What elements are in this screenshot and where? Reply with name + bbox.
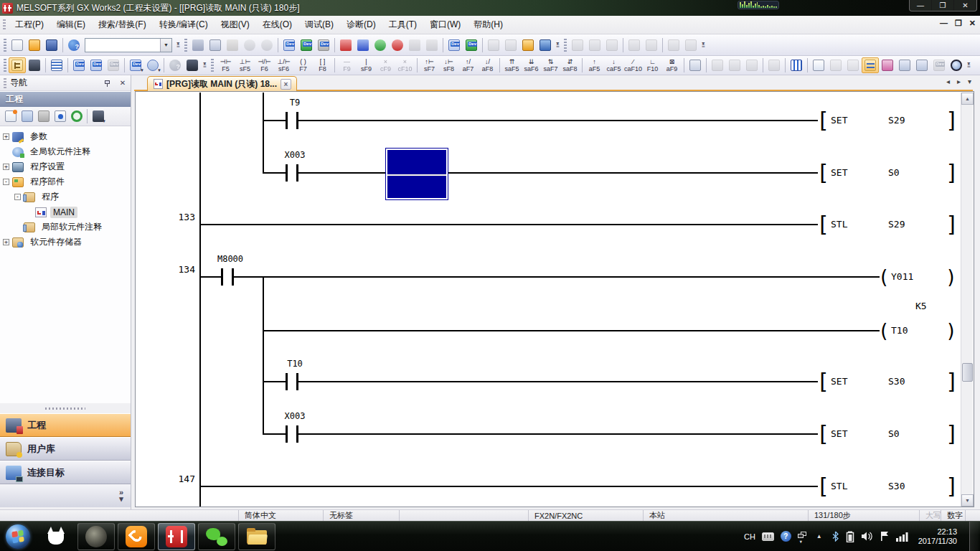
pulse-down-contact-key[interactable]: ↓⊢sF8 — [439, 57, 458, 74]
tree-item-程序设置[interactable]: +程序设置 — [0, 159, 131, 174]
window-cascade-button[interactable] — [485, 37, 502, 53]
tree-item-全局软元件注释[interactable]: 全局软元件注释 — [0, 144, 131, 159]
device-test-button[interactable]: Dev — [315, 37, 332, 53]
undo-button[interactable] — [241, 37, 258, 53]
step-ladder-block-button[interactable] — [603, 37, 621, 53]
vertical-line-key[interactable]: |sF9 — [357, 57, 376, 74]
nav-copy-button[interactable] — [19, 108, 35, 124]
invert-result-down-key[interactable]: ↓caF5 — [604, 57, 623, 74]
tree-item-程序部件[interactable]: -程序部件 — [0, 174, 131, 189]
pulse-up-contact-key[interactable]: ↑⊢sF7 — [420, 57, 439, 74]
taskbar-clock[interactable]: 22:13 2017/11/30 — [918, 527, 957, 546]
taskbar-app-wechat[interactable] — [198, 523, 235, 550]
comment-display-button[interactable] — [810, 57, 827, 73]
device-comment-button[interactable]: Dev — [281, 37, 298, 53]
open-contact-key[interactable]: ⊣⊢F5 — [216, 57, 235, 74]
application-instruction-key[interactable]: [ ]F8 — [313, 57, 332, 74]
device-ccl-button[interactable]: Dev — [105, 57, 122, 73]
tree-expander[interactable]: + — [3, 164, 9, 170]
cut-button[interactable] — [189, 37, 207, 53]
find-string-button[interactable] — [896, 57, 913, 73]
monitor-pause-button[interactable] — [406, 37, 423, 53]
step-ladder-down-button[interactable] — [586, 37, 603, 53]
mdi-minimize-button[interactable]: — — [940, 19, 948, 28]
ime-toolbar-icon[interactable]: ▾ — [798, 532, 807, 541]
menu-item-1[interactable]: 工程(P) — [9, 17, 50, 33]
workspace-more-button[interactable]: »▾ — [0, 484, 131, 507]
navigation-toggle-button[interactable] — [9, 57, 26, 73]
pin-icon[interactable] — [103, 79, 112, 88]
panel-splitter[interactable] — [0, 403, 131, 413]
pulse-down-2-key[interactable]: ⇊saF6 — [522, 57, 541, 74]
delete-connect-line-button[interactable] — [726, 57, 743, 73]
ime-help-icon[interactable]: ? — [781, 531, 791, 542]
pc-connection-button[interactable] — [537, 37, 554, 53]
help-button[interactable]: ? — [65, 37, 83, 53]
taskbar-app-explorer[interactable] — [238, 523, 275, 550]
taskbar-app-user-avatar[interactable] — [77, 523, 115, 550]
combo-dropdown-icon[interactable]: ▼ — [160, 39, 171, 52]
scrollbar-thumb[interactable] — [962, 363, 973, 382]
redo-button[interactable] — [258, 37, 275, 53]
device-test-2-button[interactable]: Dev — [930, 57, 948, 73]
close-button[interactable]: ✕ — [954, 0, 976, 11]
closed-branch-key[interactable]: ⊥/⊢sF6 — [274, 57, 293, 74]
scroll-down-button[interactable]: ▼ — [961, 494, 974, 507]
toolbar-overflow-chevron[interactable]: ▾≡ — [965, 57, 973, 73]
toolbar-overflow-chevron[interactable]: ▾≡ — [699, 37, 707, 53]
nav-new-item-button[interactable] — [2, 108, 19, 124]
new-project-button[interactable] — [9, 37, 26, 53]
program-selector-combobox[interactable]: ▼ — [85, 38, 172, 52]
network-signal-icon[interactable] — [896, 532, 909, 542]
start-button[interactable] — [6, 524, 30, 549]
display-format-button[interactable] — [862, 57, 879, 73]
monitor-start-button[interactable] — [372, 37, 389, 53]
tree-expander[interactable]: + — [3, 239, 9, 245]
invert-operation-key[interactable]: ⁄caF10 — [623, 57, 643, 74]
copy-button[interactable] — [207, 37, 224, 53]
tree-item-局部软元件注释[interactable]: 局部软元件注释 — [0, 220, 131, 235]
bluetooth-icon[interactable] — [831, 531, 839, 542]
edit-connect-line-button[interactable] — [709, 57, 726, 73]
note-display-button[interactable] — [844, 57, 862, 73]
delete-vline-key[interactable]: ×cF10 — [395, 57, 415, 74]
delete-hline-key[interactable]: ×cF9 — [376, 57, 395, 74]
menu-item-9[interactable]: 工具(T) — [382, 17, 423, 33]
tree-expander[interactable]: - — [3, 179, 9, 185]
pulse-up-2-key[interactable]: ⇈saF5 — [502, 57, 522, 74]
nav-close-icon[interactable]: ✕ — [118, 79, 128, 87]
battery-icon[interactable] — [846, 531, 854, 542]
restore-button[interactable]: ❐ — [932, 0, 954, 11]
taskbar-app-uc-browser[interactable] — [118, 523, 155, 550]
tree-item-软元件存储器[interactable]: +软元件存储器 — [0, 235, 131, 250]
workspace-project-button[interactable]: 工程 — [0, 413, 131, 437]
context-help-button[interactable]: ? — [166, 57, 184, 73]
comment-edit-button[interactable] — [665, 37, 682, 53]
statement-display-button[interactable] — [827, 57, 844, 73]
menu-item-7[interactable]: 调试(B) — [298, 17, 340, 33]
statement-edit-button[interactable] — [682, 37, 699, 53]
pulse-down-2-branch-key[interactable]: ⇵saF8 — [560, 57, 580, 74]
tree-item-MAIN[interactable]: MAIN — [0, 204, 131, 220]
zoom-button[interactable] — [948, 57, 965, 73]
menu-item-2[interactable]: 编辑(E) — [50, 17, 92, 33]
nav-sort-dropdown[interactable]: ▼ — [90, 108, 106, 124]
invert-result-up-key[interactable]: ↑aF5 — [585, 57, 604, 74]
volume-icon[interactable] — [861, 531, 873, 542]
ladder-edit-mode-button[interactable] — [879, 57, 896, 73]
mdi-close-button[interactable]: ✕ — [969, 19, 976, 28]
keyboard-layout-icon[interactable] — [762, 532, 774, 541]
workspace-userlib-button[interactable]: 用户库 — [0, 437, 131, 461]
tab-scroll-left-button[interactable]: ◂ — [946, 77, 950, 85]
tree-expander[interactable]: + — [3, 133, 9, 140]
toolbar-overflow-chevron[interactable]: ▾≡ — [174, 37, 182, 53]
taskbar-app-foobar2000[interactable] — [37, 523, 75, 550]
jump-window-button[interactable] — [643, 37, 660, 53]
scroll-up-button[interactable]: ▲ — [961, 93, 974, 105]
language-indicator[interactable]: CH — [744, 532, 755, 541]
tab-main-program[interactable]: [PRG]读取 MAIN (只读) 18... × — [147, 76, 297, 91]
cross-reference-button[interactable] — [626, 37, 643, 53]
open-project-button[interactable] — [26, 37, 43, 53]
taskbar-app-gx-works2[interactable] — [158, 523, 195, 550]
open-branch-key[interactable]: ⊥⊢sF5 — [235, 57, 255, 74]
